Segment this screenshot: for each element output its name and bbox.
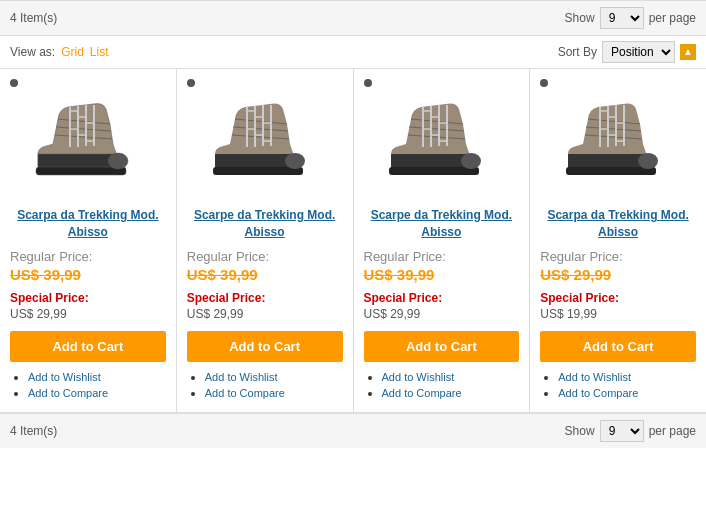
product-name[interactable]: Scarpa da Trekking Mod. Abisso — [10, 207, 166, 241]
special-price-value: US$ 29,99 — [364, 307, 520, 321]
product-image — [200, 79, 330, 199]
grid-view-link[interactable]: Grid — [61, 45, 84, 59]
product-dot — [187, 79, 195, 87]
product-name[interactable]: Scarpe da Trekking Mod. Abisso — [187, 207, 343, 241]
product-item: Scarpa da Trekking Mod. Abisso Regular P… — [0, 69, 177, 412]
product-name[interactable]: Scarpe da Trekking Mod. Abisso — [364, 207, 520, 241]
add-to-cart-button[interactable]: Add to Cart — [10, 331, 166, 362]
product-links: Add to Wishlist Add to Compare — [540, 370, 696, 402]
bottom-show-label: Show — [565, 424, 595, 438]
per-page-label: per page — [649, 11, 696, 25]
add-to-compare-link[interactable]: Add to Compare — [28, 387, 108, 399]
regular-price-label: Regular Price: — [540, 249, 696, 264]
bottom-per-page-label: per page — [649, 424, 696, 438]
product-item: Scarpe da Trekking Mod. Abisso Regular P… — [354, 69, 531, 412]
add-to-cart-button[interactable]: Add to Cart — [540, 331, 696, 362]
product-image — [376, 79, 506, 199]
special-price-value: US$ 29,99 — [10, 307, 166, 321]
product-dot — [364, 79, 372, 87]
add-to-compare-link[interactable]: Add to Compare — [382, 387, 462, 399]
product-links: Add to Wishlist Add to Compare — [364, 370, 520, 402]
regular-price-label: Regular Price: — [10, 249, 166, 264]
product-links: Add to Wishlist Add to Compare — [187, 370, 343, 402]
regular-price-value: US$ 39,99 — [10, 266, 166, 283]
svg-rect-22 — [213, 167, 303, 175]
add-to-wishlist-link[interactable]: Add to Wishlist — [205, 371, 278, 383]
add-to-cart-button[interactable]: Add to Cart — [187, 331, 343, 362]
product-image — [23, 79, 153, 199]
regular-price-value: US$ 39,99 — [187, 266, 343, 283]
product-links: Add to Wishlist Add to Compare — [10, 370, 166, 402]
sort-by-label: Sort By — [558, 45, 597, 59]
regular-price-label: Regular Price: — [187, 249, 343, 264]
list-view-link[interactable]: List — [90, 45, 109, 59]
special-price-label: Special Price: — [364, 291, 520, 305]
items-count: 4 Item(s) — [10, 11, 565, 25]
per-page-select[interactable]: 9 18 27 All — [600, 7, 644, 29]
per-page-controls: Show 9 18 27 All per page — [565, 7, 696, 29]
top-toolbar: 4 Item(s) Show 9 18 27 All per page — [0, 0, 706, 36]
special-price-value: US$ 29,99 — [187, 307, 343, 321]
svg-point-35 — [461, 153, 481, 169]
add-to-wishlist-link[interactable]: Add to Wishlist — [28, 371, 101, 383]
show-label: Show — [565, 11, 595, 25]
sort-section: Sort By Position Name Price ▲ — [558, 41, 696, 63]
svg-rect-46 — [566, 167, 656, 175]
special-price-label: Special Price: — [540, 291, 696, 305]
add-to-wishlist-link[interactable]: Add to Wishlist — [382, 371, 455, 383]
add-to-wishlist-link[interactable]: Add to Wishlist — [558, 371, 631, 383]
view-as-label: View as: — [10, 45, 55, 59]
special-price-label: Special Price: — [187, 291, 343, 305]
product-dot — [540, 79, 548, 87]
add-to-compare-link[interactable]: Add to Compare — [205, 387, 285, 399]
product-dot — [10, 79, 18, 87]
add-to-cart-button[interactable]: Add to Cart — [364, 331, 520, 362]
regular-price-value: US$ 29,99 — [540, 266, 696, 283]
bottom-per-page-select[interactable]: 9 18 27 All — [600, 420, 644, 442]
product-image — [553, 79, 683, 199]
sort-direction-button[interactable]: ▲ — [680, 44, 696, 60]
product-name[interactable]: Scarpa da Trekking Mod. Abisso — [540, 207, 696, 241]
product-grid: Scarpa da Trekking Mod. Abisso Regular P… — [0, 69, 706, 413]
svg-point-11 — [108, 153, 128, 169]
svg-point-23 — [285, 153, 305, 169]
special-price-value: US$ 19,99 — [540, 307, 696, 321]
regular-price-value: US$ 39,99 — [364, 266, 520, 283]
svg-point-47 — [638, 153, 658, 169]
regular-price-label: Regular Price: — [364, 249, 520, 264]
view-toolbar: View as: Grid List Sort By Position Name… — [0, 36, 706, 69]
svg-rect-34 — [389, 167, 479, 175]
bottom-per-page-controls: Show 9 18 27 All per page — [565, 420, 696, 442]
svg-rect-10 — [36, 167, 126, 175]
sort-select[interactable]: Position Name Price — [602, 41, 675, 63]
product-item: Scarpa da Trekking Mod. Abisso Regular P… — [530, 69, 706, 412]
bottom-toolbar: 4 Item(s) Show 9 18 27 All per page — [0, 413, 706, 448]
product-item: Scarpe da Trekking Mod. Abisso Regular P… — [177, 69, 354, 412]
special-price-label: Special Price: — [10, 291, 166, 305]
bottom-items-count: 4 Item(s) — [10, 424, 565, 438]
add-to-compare-link[interactable]: Add to Compare — [558, 387, 638, 399]
